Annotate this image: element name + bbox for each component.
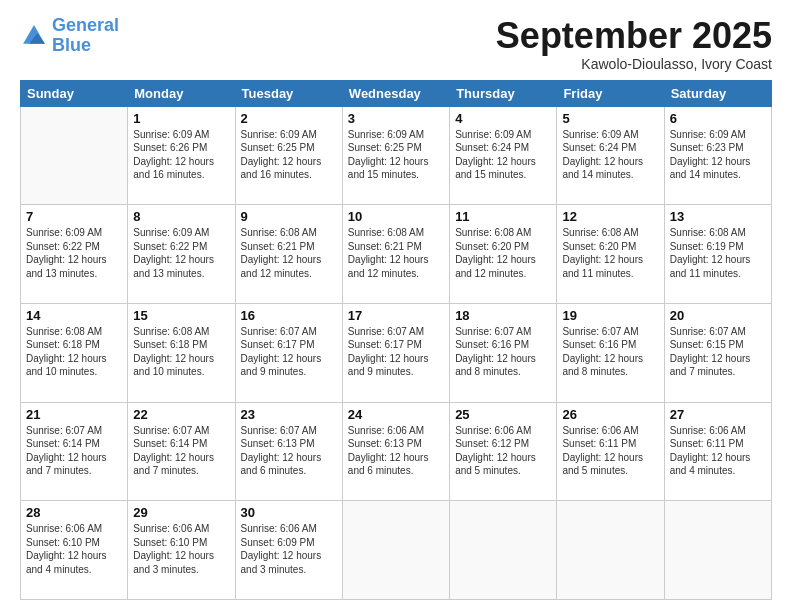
week-row-1: 1Sunrise: 6:09 AM Sunset: 6:26 PM Daylig… — [21, 106, 772, 205]
col-sunday: Sunday — [21, 80, 128, 106]
col-saturday: Saturday — [664, 80, 771, 106]
day-number: 26 — [562, 407, 658, 422]
table-cell — [342, 501, 449, 600]
table-cell: 9Sunrise: 6:08 AM Sunset: 6:21 PM Daylig… — [235, 205, 342, 304]
subtitle: Kawolo-Dioulasso, Ivory Coast — [496, 56, 772, 72]
table-cell: 20Sunrise: 6:07 AM Sunset: 6:15 PM Dayli… — [664, 303, 771, 402]
day-info: Sunrise: 6:09 AM Sunset: 6:23 PM Dayligh… — [670, 128, 766, 182]
day-number: 16 — [241, 308, 337, 323]
day-number: 14 — [26, 308, 122, 323]
table-cell: 8Sunrise: 6:09 AM Sunset: 6:22 PM Daylig… — [128, 205, 235, 304]
logo-text: General Blue — [52, 16, 119, 56]
table-cell — [450, 501, 557, 600]
table-cell: 23Sunrise: 6:07 AM Sunset: 6:13 PM Dayli… — [235, 402, 342, 501]
day-info: Sunrise: 6:07 AM Sunset: 6:17 PM Dayligh… — [241, 325, 337, 379]
day-info: Sunrise: 6:07 AM Sunset: 6:13 PM Dayligh… — [241, 424, 337, 478]
table-cell: 11Sunrise: 6:08 AM Sunset: 6:20 PM Dayli… — [450, 205, 557, 304]
day-info: Sunrise: 6:06 AM Sunset: 6:12 PM Dayligh… — [455, 424, 551, 478]
day-info: Sunrise: 6:08 AM Sunset: 6:19 PM Dayligh… — [670, 226, 766, 280]
header: General Blue September 2025 Kawolo-Dioul… — [20, 16, 772, 72]
table-cell: 13Sunrise: 6:08 AM Sunset: 6:19 PM Dayli… — [664, 205, 771, 304]
day-info: Sunrise: 6:08 AM Sunset: 6:20 PM Dayligh… — [455, 226, 551, 280]
week-row-4: 21Sunrise: 6:07 AM Sunset: 6:14 PM Dayli… — [21, 402, 772, 501]
logo-icon — [20, 22, 48, 50]
day-number: 21 — [26, 407, 122, 422]
day-info: Sunrise: 6:09 AM Sunset: 6:24 PM Dayligh… — [562, 128, 658, 182]
day-info: Sunrise: 6:08 AM Sunset: 6:18 PM Dayligh… — [133, 325, 229, 379]
day-number: 23 — [241, 407, 337, 422]
table-cell: 14Sunrise: 6:08 AM Sunset: 6:18 PM Dayli… — [21, 303, 128, 402]
day-info: Sunrise: 6:06 AM Sunset: 6:11 PM Dayligh… — [670, 424, 766, 478]
title-block: September 2025 Kawolo-Dioulasso, Ivory C… — [496, 16, 772, 72]
day-info: Sunrise: 6:09 AM Sunset: 6:22 PM Dayligh… — [26, 226, 122, 280]
table-cell: 5Sunrise: 6:09 AM Sunset: 6:24 PM Daylig… — [557, 106, 664, 205]
day-info: Sunrise: 6:07 AM Sunset: 6:16 PM Dayligh… — [562, 325, 658, 379]
day-info: Sunrise: 6:06 AM Sunset: 6:11 PM Dayligh… — [562, 424, 658, 478]
day-info: Sunrise: 6:07 AM Sunset: 6:15 PM Dayligh… — [670, 325, 766, 379]
table-cell: 25Sunrise: 6:06 AM Sunset: 6:12 PM Dayli… — [450, 402, 557, 501]
table-cell: 28Sunrise: 6:06 AM Sunset: 6:10 PM Dayli… — [21, 501, 128, 600]
table-cell: 16Sunrise: 6:07 AM Sunset: 6:17 PM Dayli… — [235, 303, 342, 402]
day-info: Sunrise: 6:08 AM Sunset: 6:18 PM Dayligh… — [26, 325, 122, 379]
day-info: Sunrise: 6:07 AM Sunset: 6:14 PM Dayligh… — [26, 424, 122, 478]
logo: General Blue — [20, 16, 119, 56]
day-info: Sunrise: 6:07 AM Sunset: 6:14 PM Dayligh… — [133, 424, 229, 478]
week-row-5: 28Sunrise: 6:06 AM Sunset: 6:10 PM Dayli… — [21, 501, 772, 600]
table-cell: 19Sunrise: 6:07 AM Sunset: 6:16 PM Dayli… — [557, 303, 664, 402]
table-cell: 1Sunrise: 6:09 AM Sunset: 6:26 PM Daylig… — [128, 106, 235, 205]
day-info: Sunrise: 6:08 AM Sunset: 6:20 PM Dayligh… — [562, 226, 658, 280]
table-cell: 15Sunrise: 6:08 AM Sunset: 6:18 PM Dayli… — [128, 303, 235, 402]
day-info: Sunrise: 6:08 AM Sunset: 6:21 PM Dayligh… — [348, 226, 444, 280]
day-number: 19 — [562, 308, 658, 323]
logo-line1: General — [52, 15, 119, 35]
table-cell: 6Sunrise: 6:09 AM Sunset: 6:23 PM Daylig… — [664, 106, 771, 205]
day-info: Sunrise: 6:06 AM Sunset: 6:10 PM Dayligh… — [133, 522, 229, 576]
day-info: Sunrise: 6:06 AM Sunset: 6:10 PM Dayligh… — [26, 522, 122, 576]
table-cell: 2Sunrise: 6:09 AM Sunset: 6:25 PM Daylig… — [235, 106, 342, 205]
col-thursday: Thursday — [450, 80, 557, 106]
day-number: 27 — [670, 407, 766, 422]
day-number: 24 — [348, 407, 444, 422]
day-info: Sunrise: 6:08 AM Sunset: 6:21 PM Dayligh… — [241, 226, 337, 280]
col-friday: Friday — [557, 80, 664, 106]
day-info: Sunrise: 6:07 AM Sunset: 6:16 PM Dayligh… — [455, 325, 551, 379]
day-number: 4 — [455, 111, 551, 126]
day-number: 20 — [670, 308, 766, 323]
day-number: 13 — [670, 209, 766, 224]
day-number: 15 — [133, 308, 229, 323]
day-number: 22 — [133, 407, 229, 422]
day-number: 1 — [133, 111, 229, 126]
month-title: September 2025 — [496, 16, 772, 56]
day-info: Sunrise: 6:09 AM Sunset: 6:24 PM Dayligh… — [455, 128, 551, 182]
week-row-2: 7Sunrise: 6:09 AM Sunset: 6:22 PM Daylig… — [21, 205, 772, 304]
day-number: 6 — [670, 111, 766, 126]
week-row-3: 14Sunrise: 6:08 AM Sunset: 6:18 PM Dayli… — [21, 303, 772, 402]
day-info: Sunrise: 6:09 AM Sunset: 6:25 PM Dayligh… — [348, 128, 444, 182]
day-number: 29 — [133, 505, 229, 520]
table-cell: 4Sunrise: 6:09 AM Sunset: 6:24 PM Daylig… — [450, 106, 557, 205]
page: General Blue September 2025 Kawolo-Dioul… — [0, 0, 792, 612]
table-cell — [557, 501, 664, 600]
table-cell: 21Sunrise: 6:07 AM Sunset: 6:14 PM Dayli… — [21, 402, 128, 501]
table-cell: 18Sunrise: 6:07 AM Sunset: 6:16 PM Dayli… — [450, 303, 557, 402]
day-info: Sunrise: 6:07 AM Sunset: 6:17 PM Dayligh… — [348, 325, 444, 379]
table-cell: 3Sunrise: 6:09 AM Sunset: 6:25 PM Daylig… — [342, 106, 449, 205]
day-number: 12 — [562, 209, 658, 224]
day-info: Sunrise: 6:09 AM Sunset: 6:22 PM Dayligh… — [133, 226, 229, 280]
day-number: 3 — [348, 111, 444, 126]
col-tuesday: Tuesday — [235, 80, 342, 106]
day-number: 18 — [455, 308, 551, 323]
table-cell: 7Sunrise: 6:09 AM Sunset: 6:22 PM Daylig… — [21, 205, 128, 304]
calendar: Sunday Monday Tuesday Wednesday Thursday… — [20, 80, 772, 600]
table-cell — [21, 106, 128, 205]
day-info: Sunrise: 6:06 AM Sunset: 6:13 PM Dayligh… — [348, 424, 444, 478]
col-monday: Monday — [128, 80, 235, 106]
table-cell: 29Sunrise: 6:06 AM Sunset: 6:10 PM Dayli… — [128, 501, 235, 600]
table-cell: 30Sunrise: 6:06 AM Sunset: 6:09 PM Dayli… — [235, 501, 342, 600]
col-wednesday: Wednesday — [342, 80, 449, 106]
day-info: Sunrise: 6:09 AM Sunset: 6:25 PM Dayligh… — [241, 128, 337, 182]
table-cell — [664, 501, 771, 600]
table-cell: 24Sunrise: 6:06 AM Sunset: 6:13 PM Dayli… — [342, 402, 449, 501]
logo-line2: Blue — [52, 35, 91, 55]
table-cell: 12Sunrise: 6:08 AM Sunset: 6:20 PM Dayli… — [557, 205, 664, 304]
